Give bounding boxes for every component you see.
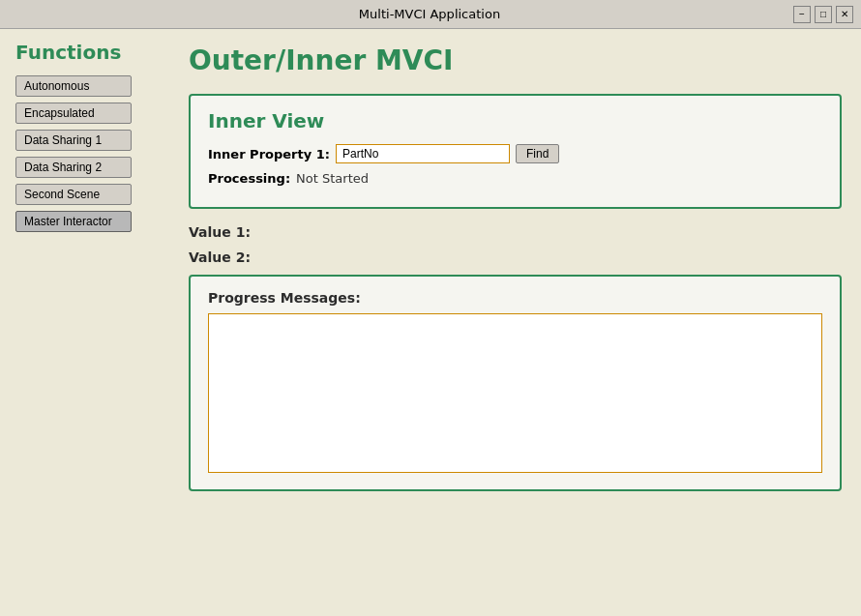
- inner-view-panel: Inner View Inner Property 1: Find Proces…: [189, 94, 842, 209]
- minimize-button[interactable]: −: [793, 6, 811, 23]
- inner-property-row: Inner Property 1: Find: [208, 144, 822, 163]
- value2-label: Value 2:: [189, 249, 251, 265]
- sidebar-heading: Functions: [15, 41, 154, 64]
- value2-row: Value 2:: [189, 249, 842, 265]
- maximize-button[interactable]: □: [815, 6, 832, 23]
- progress-panel: Progress Messages:: [189, 275, 842, 491]
- processing-label: Processing:: [208, 171, 290, 186]
- titlebar-controls: − □ ✕: [793, 6, 853, 23]
- main-content: Outer/Inner MVCI Inner View Inner Proper…: [169, 29, 861, 616]
- close-button[interactable]: ✕: [836, 6, 853, 23]
- processing-row: Processing: Not Started: [208, 171, 822, 186]
- progress-textarea[interactable]: [208, 313, 822, 473]
- processing-value: Not Started: [296, 171, 369, 186]
- sidebar-item-data-sharing-1[interactable]: Data Sharing 1: [15, 130, 132, 151]
- inner-property-input[interactable]: [336, 144, 510, 163]
- titlebar-title: Multi-MVCI Application: [66, 7, 793, 21]
- sidebar: Functions Autonomous Encapsulated Data S…: [0, 29, 169, 616]
- value1-row: Value 1:: [189, 224, 842, 240]
- value1-label: Value 1:: [189, 224, 251, 240]
- inner-property-label: Inner Property 1:: [208, 147, 330, 161]
- titlebar: Multi-MVCI Application − □ ✕: [0, 0, 861, 29]
- sidebar-item-data-sharing-2[interactable]: Data Sharing 2: [15, 157, 132, 178]
- sidebar-item-encapsulated[interactable]: Encapsulated: [15, 103, 132, 124]
- sidebar-item-second-scene[interactable]: Second Scene: [15, 184, 132, 205]
- sidebar-item-autonomous[interactable]: Autonomous: [15, 75, 132, 97]
- sidebar-item-master-interactor[interactable]: Master Interactor: [15, 211, 132, 232]
- app-body: Functions Autonomous Encapsulated Data S…: [0, 29, 861, 616]
- progress-label: Progress Messages:: [208, 290, 822, 306]
- find-button[interactable]: Find: [516, 144, 559, 163]
- page-title: Outer/Inner MVCI: [189, 44, 842, 76]
- inner-view-title: Inner View: [208, 109, 822, 132]
